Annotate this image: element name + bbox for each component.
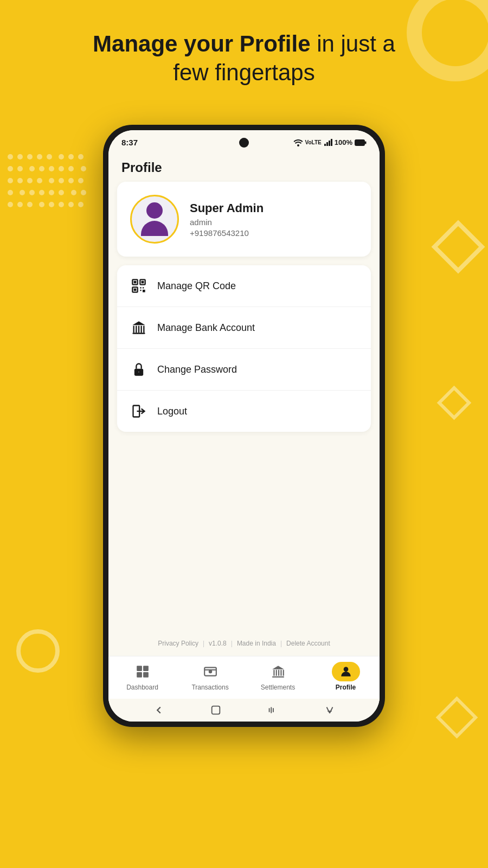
- phone-mockup: 8:37 VoLTE 100%: [103, 125, 385, 727]
- nav-label-settlements: Settlements: [261, 684, 295, 691]
- svg-point-0: [297, 144, 299, 146]
- footer-links: Privacy Policy | v1.0.8 | Made in India …: [108, 631, 380, 656]
- footer-version: v1.0.8: [209, 640, 227, 647]
- nav-label-profile: Profile: [336, 684, 356, 691]
- home-button[interactable]: [210, 704, 222, 716]
- footer-made-in: Made in India: [237, 640, 276, 647]
- menu-label-logout: Logout: [157, 406, 187, 417]
- status-icons: VoLTE 100%: [293, 138, 367, 146]
- svg-rect-21: [141, 326, 142, 333]
- user-card: Super Admin admin +919876543210: [117, 182, 371, 257]
- svg-rect-18: [133, 326, 134, 333]
- menu-label-bank: Manage Bank Account: [157, 322, 255, 334]
- menu-item-logout[interactable]: Logout: [117, 391, 371, 432]
- svg-rect-40: [282, 670, 284, 676]
- svg-rect-36: [273, 670, 274, 676]
- svg-rect-41: [272, 676, 284, 678]
- menu-item-manage-bank[interactable]: Manage Bank Account: [117, 307, 371, 349]
- svg-rect-43: [211, 706, 220, 714]
- svg-rect-14: [143, 287, 144, 288]
- svg-point-42: [343, 667, 348, 672]
- svg-rect-6: [365, 141, 367, 144]
- svg-line-48: [330, 707, 333, 713]
- nav-item-profile[interactable]: Profile: [327, 662, 365, 691]
- menu-item-change-password[interactable]: Change Password: [117, 349, 371, 391]
- lock-icon: [130, 361, 147, 378]
- menu-label-password: Change Password: [157, 364, 237, 375]
- nav-item-dashboard[interactable]: Dashboard: [124, 662, 162, 691]
- svg-rect-3: [329, 141, 330, 146]
- avatar: [130, 195, 179, 244]
- avatar-head: [146, 202, 163, 219]
- svg-rect-12: [134, 289, 137, 291]
- svg-rect-10: [142, 281, 144, 284]
- svg-line-47: [326, 707, 330, 713]
- bg-decoration-dots: [5, 152, 92, 260]
- svg-rect-30: [137, 672, 142, 678]
- user-role: admin: [190, 218, 264, 227]
- nav-label-transactions: Transactions: [191, 684, 228, 691]
- menu-list: Manage QR Code: [117, 265, 371, 432]
- profile-icon: [332, 662, 360, 681]
- dashboard-icon: [133, 662, 152, 681]
- svg-rect-39: [280, 670, 281, 676]
- status-time: 8:37: [121, 138, 138, 147]
- footer-sep2: |: [231, 640, 233, 647]
- svg-rect-31: [143, 672, 149, 678]
- nav-label-dashboard: Dashboard: [126, 684, 158, 691]
- qr-code-icon: [130, 277, 147, 295]
- svg-point-25: [138, 371, 140, 373]
- menu-label-qr: Manage QR Code: [157, 280, 236, 292]
- svg-rect-13: [140, 287, 141, 288]
- recents-button[interactable]: [267, 704, 279, 716]
- svg-rect-38: [278, 670, 279, 676]
- nav-item-transactions[interactable]: Transactions: [191, 662, 229, 691]
- page-title: Profile: [108, 151, 380, 182]
- bg-decoration-circle-bottom: [16, 629, 60, 673]
- camera-notch: [239, 138, 249, 148]
- svg-marker-35: [272, 666, 284, 669]
- header-section: Manage your Profile in just afew fingert…: [0, 30, 488, 87]
- svg-rect-23: [132, 333, 145, 334]
- svg-rect-4: [331, 139, 332, 146]
- menu-item-manage-qr[interactable]: Manage QR Code: [117, 265, 371, 307]
- avatar-body: [141, 221, 168, 236]
- transactions-icon: [201, 662, 220, 681]
- avatar-icon: [141, 202, 168, 236]
- bg-decoration-diamond-right2: [437, 386, 472, 420]
- svg-rect-5: [355, 139, 365, 145]
- bottom-nav: Dashboard Transactions: [108, 656, 380, 699]
- footer-delete[interactable]: Delete Account: [286, 640, 330, 647]
- footer-sep3: |: [280, 640, 282, 647]
- footer-privacy[interactable]: Privacy Policy: [158, 640, 198, 647]
- svg-rect-16: [143, 290, 145, 292]
- svg-rect-19: [136, 326, 137, 333]
- user-name: Super Admin: [190, 201, 264, 215]
- user-info: Super Admin admin +919876543210: [190, 201, 264, 238]
- nav-item-settlements[interactable]: Settlements: [259, 662, 297, 691]
- svg-rect-28: [137, 666, 142, 671]
- battery-label: 100%: [335, 138, 352, 146]
- settlements-icon: [268, 662, 288, 681]
- svg-rect-15: [140, 290, 141, 291]
- battery-icon: [355, 139, 367, 146]
- status-bar: 8:37 VoLTE 100%: [108, 130, 380, 151]
- bank-icon: [130, 319, 147, 336]
- svg-rect-20: [138, 326, 139, 333]
- svg-rect-2: [326, 142, 328, 146]
- bg-decoration-diamond-right: [432, 220, 485, 274]
- back-button[interactable]: [153, 704, 165, 716]
- app-content: Profile Super Admin admin +919876543210: [108, 151, 380, 722]
- bg-decoration-diamond-bottom: [436, 697, 478, 739]
- svg-marker-17: [132, 321, 145, 325]
- user-phone: +919876543210: [190, 228, 264, 238]
- logout-icon: [130, 403, 147, 420]
- network-label: VoLTE: [305, 139, 322, 145]
- svg-rect-8: [134, 281, 137, 284]
- footer-sep1: |: [203, 640, 204, 647]
- wifi-icon: [293, 139, 303, 146]
- signal-icon: [324, 139, 332, 146]
- android-nav-bar: [108, 699, 380, 722]
- header-title-bold: Manage your Profile: [93, 31, 310, 56]
- assistant-button[interactable]: [324, 704, 336, 716]
